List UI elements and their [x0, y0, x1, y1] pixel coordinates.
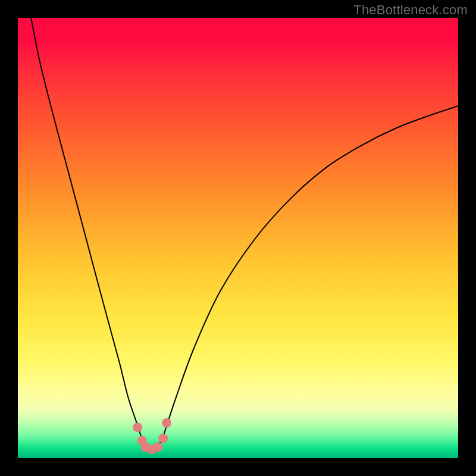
- watermark-text: TheBottleneck.com: [353, 2, 468, 18]
- curve-layer: [18, 18, 458, 458]
- highlight-dot: [162, 418, 171, 428]
- chart-frame: TheBottleneck.com: [0, 0, 476, 476]
- highlight-dot: [158, 434, 168, 443]
- plot-area: [18, 18, 458, 458]
- bottleneck-curve: [31, 18, 458, 450]
- highlight-dots: [133, 418, 171, 454]
- highlight-dot: [153, 443, 162, 452]
- highlight-dot: [133, 422, 142, 432]
